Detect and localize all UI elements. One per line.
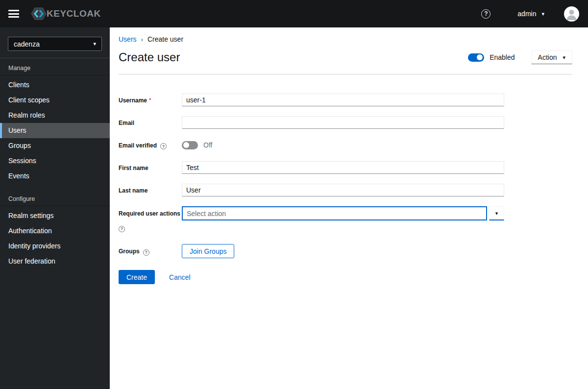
join-groups-button[interactable]: Join Groups [182, 244, 234, 258]
avatar-person-icon [564, 6, 579, 22]
first-name-row: First name [119, 161, 588, 174]
groups-label: Groups [119, 248, 140, 255]
required-user-actions-input[interactable] [182, 206, 487, 220]
caret-down-icon: ▾ [563, 54, 565, 61]
required-user-actions-label: Required user actions [119, 210, 180, 217]
breadcrumb-current: Create user [147, 35, 183, 43]
header-controls: Enabled Action ▾ [468, 50, 572, 64]
groups-row: Groups? Join Groups [119, 244, 588, 258]
nav-section-manage: Manage Clients Client scopes Realm roles… [0, 58, 110, 184]
username-label: Username [119, 97, 147, 104]
help-icon[interactable]: ? [143, 249, 149, 256]
breadcrumb-users-link[interactable]: Users [119, 35, 137, 43]
email-verified-control: Off [182, 141, 504, 149]
create-user-form: Username* Email Email verified? Off [110, 74, 588, 284]
page-header: Users › Create user Create user Enabled … [110, 27, 588, 74]
first-name-input[interactable] [182, 161, 504, 174]
help-icon[interactable]: ? [160, 143, 167, 149]
sidebar-item-identity-providers[interactable]: Identity providers [0, 239, 110, 254]
enabled-toggle-label: Enabled [490, 53, 514, 61]
help-icon[interactable]: ? [481, 9, 490, 19]
header-row: Create user Enabled Action ▾ [119, 50, 572, 64]
help-icon[interactable]: ? [119, 226, 125, 232]
email-verified-toggle[interactable] [182, 141, 198, 149]
sidebar-item-users[interactable]: Users [0, 123, 110, 138]
email-verified-row: Email verified? Off [119, 139, 588, 151]
last-name-row: Last name [119, 184, 588, 196]
username-row: Username* [119, 94, 588, 106]
nav-list-manage: Clients Client scopes Realm roles Users … [0, 75, 110, 184]
user-menu[interactable]: admin ▾ [517, 10, 544, 18]
action-dropdown[interactable]: Action ▾ [531, 50, 572, 64]
email-verified-label-wrap: Email verified? [119, 141, 182, 150]
page-title: Create user [119, 50, 180, 64]
sidebar-item-user-federation[interactable]: User federation [0, 254, 110, 269]
action-dropdown-label: Action [538, 53, 557, 61]
sidebar-item-client-scopes[interactable]: Client scopes [0, 93, 110, 108]
last-name-input[interactable] [182, 184, 504, 196]
brand-text: KEYCLOAK [47, 8, 101, 19]
form-actions: Create Cancel [119, 270, 588, 284]
masthead: KEYCLOAK ? admin ▾ [0, 0, 588, 27]
masthead-right: ? admin ▾ [481, 6, 579, 22]
first-name-label-wrap: First name [119, 163, 182, 172]
sidebar-item-sessions[interactable]: Sessions [0, 153, 110, 169]
required-user-actions-label-wrap: Required user actions ? [119, 206, 182, 234]
nav-section-title-manage: Manage [0, 58, 110, 75]
sidebar-nav: cadenza ▾ Manage Clients Client scopes R… [0, 27, 110, 389]
sidebar-item-realm-settings[interactable]: Realm settings [0, 208, 110, 223]
sidebar-item-groups[interactable]: Groups [0, 138, 110, 153]
required-asterisk: * [149, 97, 151, 104]
last-name-label: Last name [119, 187, 147, 194]
email-label-wrap: Email [119, 118, 182, 127]
enabled-toggle[interactable] [468, 53, 484, 62]
nav-section-configure: Configure Realm settings Authentication … [0, 184, 110, 269]
caret-down-icon: ▾ [93, 41, 96, 47]
required-user-actions-select: ▾ [182, 206, 504, 220]
email-label: Email [119, 120, 134, 126]
realm-selector[interactable]: cadenza ▾ [8, 37, 102, 51]
sidebar-item-clients[interactable]: Clients [0, 77, 110, 93]
nav-section-title-configure: Configure [0, 184, 110, 206]
sidebar-item-events[interactable]: Events [0, 169, 110, 184]
toggle-knob [183, 142, 189, 148]
groups-control: Join Groups [182, 244, 504, 258]
groups-label-wrap: Groups? [119, 246, 182, 256]
email-input[interactable] [182, 116, 504, 129]
email-verified-state: Off [203, 141, 212, 149]
breadcrumb-separator-icon: › [141, 36, 143, 43]
breadcrumb: Users › Create user [119, 35, 572, 43]
email-verified-label: Email verified [119, 142, 157, 149]
email-row: Email [119, 116, 588, 129]
toggle-knob [477, 54, 483, 60]
realm-selector-label: cadenza [14, 40, 40, 48]
keycloak-logo-icon [30, 6, 48, 22]
cancel-button[interactable]: Cancel [169, 273, 191, 281]
main-content: Users › Create user Create user Enabled … [110, 27, 588, 389]
first-name-label: First name [119, 165, 148, 171]
avatar[interactable] [564, 6, 579, 22]
caret-down-icon: ▾ [495, 210, 498, 216]
sidebar-item-realm-roles[interactable]: Realm roles [0, 108, 110, 123]
sidebar-item-authentication[interactable]: Authentication [0, 223, 110, 239]
required-user-actions-row: Required user actions ? ▾ [119, 206, 588, 234]
user-menu-label: admin [517, 10, 536, 18]
keycloak-logo: KEYCLOAK [30, 6, 101, 22]
nav-list-configure: Realm settings Authentication Identity p… [0, 206, 110, 269]
select-caret-button[interactable]: ▾ [489, 206, 504, 220]
create-button[interactable]: Create [119, 270, 155, 284]
caret-down-icon: ▾ [541, 11, 544, 17]
username-label-wrap: Username* [119, 96, 182, 104]
nav-toggle-button[interactable] [8, 10, 19, 18]
username-input[interactable] [182, 94, 504, 106]
last-name-label-wrap: Last name [119, 186, 182, 194]
